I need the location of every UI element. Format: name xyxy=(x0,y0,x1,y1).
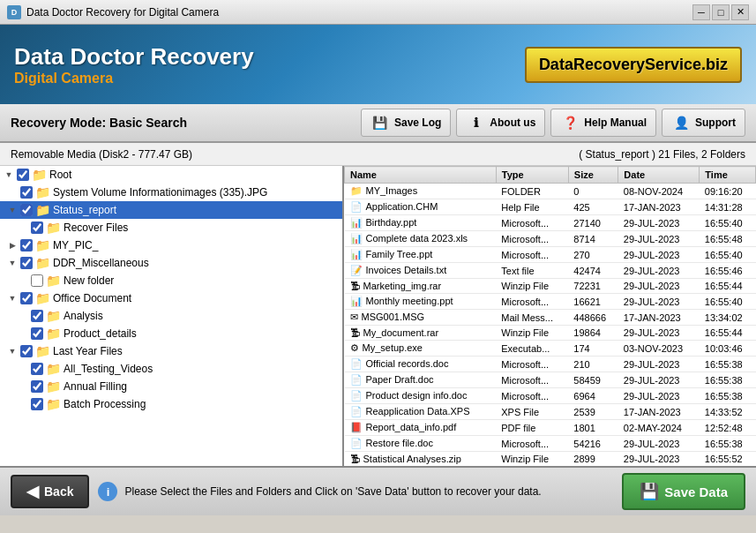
tree-item-all-testing[interactable]: 📁 All_Testing_Videos xyxy=(0,360,342,378)
file-time: 12:52:48 xyxy=(700,420,756,436)
file-size: 270 xyxy=(568,247,618,263)
file-type: PDF file xyxy=(496,420,568,436)
checkbox-new-folder[interactable] xyxy=(31,274,43,287)
support-button[interactable]: 👤 Support xyxy=(662,109,745,137)
folder-icon: 📁 xyxy=(35,291,50,305)
table-row[interactable]: 📊Monthly meeting.ppt Microsoft... 16621 … xyxy=(345,294,756,310)
table-row[interactable]: 📊Family Tree.ppt Microsoft... 270 29-JUL… xyxy=(345,247,756,263)
tree-item-status-report[interactable]: ▼ 📁 Status_report xyxy=(0,201,342,219)
file-panel[interactable]: Name Type Size Date Time 📁MY_Images FOLD… xyxy=(344,166,756,466)
expand-icon[interactable]: ▼ xyxy=(7,205,18,215)
checkbox-ddr-misc[interactable] xyxy=(20,257,33,269)
back-icon: ◀ xyxy=(26,482,39,501)
table-row[interactable]: 📊Birthday.ppt Microsoft... 27140 29-JUL-… xyxy=(345,215,756,231)
table-row[interactable]: 📄Restore file.doc Microsoft... 54216 29-… xyxy=(345,436,756,452)
table-row[interactable]: 🗜Marketing_img.rar Winzip File 72231 29-… xyxy=(345,279,756,294)
checkbox-annual-filling[interactable] xyxy=(31,380,43,393)
tree-item-recover-files[interactable]: 📁 Recover Files xyxy=(0,219,342,236)
file-date: 29-JUL-2023 xyxy=(618,388,700,404)
expand-icon[interactable]: ▼ xyxy=(7,293,18,304)
file-time: 16:55:44 xyxy=(700,279,756,294)
checkbox-batch-proc[interactable] xyxy=(31,398,43,410)
checkbox-office-doc[interactable] xyxy=(20,292,33,304)
file-date: 29-JUL-2023 xyxy=(618,294,700,310)
folder-icon: 📁 xyxy=(46,309,61,323)
folder-icon: 📁 xyxy=(35,344,50,358)
folder-icon: 📁 xyxy=(32,168,47,182)
tree-item-batch-proc[interactable]: 📁 Batch Processing xyxy=(0,395,342,413)
table-row[interactable]: ✉MSG001.MSG Mail Mess... 448666 17-JAN-2… xyxy=(345,310,756,326)
tree-item-root[interactable]: ▼ 📁 Root xyxy=(0,166,342,184)
brand-subtitle: Digital Camera xyxy=(14,71,254,86)
maximize-button[interactable]: □ xyxy=(712,4,730,20)
table-row[interactable]: 📄Official records.doc Microsoft... 210 2… xyxy=(345,357,756,372)
table-row[interactable]: 📁MY_Images FOLDER 0 08-NOV-2024 09:16:20 xyxy=(345,184,756,199)
folder-icon: 📁 xyxy=(35,203,50,217)
tree-item-my-pic[interactable]: ▶ 📁 MY_PIC_ xyxy=(0,236,342,254)
tree-item-ddr-misc[interactable]: ▼ 📁 DDR_Miscellaneous xyxy=(0,254,342,272)
file-date: 29-JUL-2023 xyxy=(618,247,700,263)
folder-icon: 📁 xyxy=(46,379,61,394)
checkbox-sysvolinfo[interactable] xyxy=(20,186,33,199)
checkbox-root[interactable] xyxy=(17,169,29,181)
file-size: 72231 xyxy=(568,279,618,294)
about-us-button[interactable]: ℹ About us xyxy=(456,109,545,137)
minimize-button[interactable]: ─ xyxy=(692,4,710,20)
col-date[interactable]: Date xyxy=(618,167,700,184)
col-size[interactable]: Size xyxy=(568,167,618,184)
col-name[interactable]: Name xyxy=(345,167,497,184)
checkbox-status-report[interactable] xyxy=(20,204,33,216)
table-row[interactable]: 🗜Statistical Analyses.zip Winzip File 28… xyxy=(345,452,756,467)
file-time: 16:55:48 xyxy=(700,231,756,247)
tree-item-last-year[interactable]: ▼ 📁 Last Year Files xyxy=(0,342,342,360)
checkbox-recover-files[interactable] xyxy=(31,221,43,234)
table-row[interactable]: 📝Invoices Details.txt Text file 42474 29… xyxy=(345,263,756,279)
table-row[interactable]: ⚙My_setup.exe Executab... 174 03-NOV-202… xyxy=(345,341,756,357)
file-time: 16:55:44 xyxy=(700,326,756,341)
back-button[interactable]: ◀ Back xyxy=(11,475,89,508)
help-manual-button[interactable]: ❓ Help Manual xyxy=(550,109,656,137)
file-date: 29-JUL-2023 xyxy=(618,231,700,247)
checkbox-product-details[interactable] xyxy=(31,327,43,340)
table-row[interactable]: 📄Application.CHM Help File 425 17-JAN-20… xyxy=(345,199,756,215)
file-name: ✉MSG001.MSG xyxy=(345,310,497,326)
checkbox-all-testing[interactable] xyxy=(31,363,43,375)
save-data-button[interactable]: 💾 Save Data xyxy=(622,473,745,510)
tree-item-sysvolinfo[interactable]: 📁 System Volume Informationimages (335).… xyxy=(0,184,342,201)
col-type[interactable]: Type xyxy=(496,167,568,184)
sponsor-link[interactable]: DataRecoveryService.biz xyxy=(525,47,742,83)
table-row[interactable]: 📄Reapplication Data.XPS XPS File 2539 17… xyxy=(345,404,756,420)
checkbox-my-pic[interactable] xyxy=(20,239,33,251)
file-date: 03-NOV-2023 xyxy=(618,341,700,357)
file-size: 8714 xyxy=(568,231,618,247)
close-button[interactable]: ✕ xyxy=(731,4,749,20)
table-row[interactable]: 🗜My_document.rar Winzip File 19864 29-JU… xyxy=(345,326,756,341)
table-row[interactable]: 📄Paper Draft.doc Microsoft... 58459 29-J… xyxy=(345,372,756,388)
tree-item-product-details[interactable]: 📁 Product_details xyxy=(0,325,342,342)
table-row[interactable]: 📊Complete data 2023.xls Microsoft... 871… xyxy=(345,231,756,247)
expand-icon: ▶ xyxy=(7,240,18,251)
table-row[interactable]: 📄Product design info.doc Microsoft... 69… xyxy=(345,388,756,404)
file-size: 42474 xyxy=(568,263,618,279)
tree-item-annual-filling[interactable]: 📁 Annual Filling xyxy=(0,378,342,395)
tree-item-analysis[interactable]: 📁 Analysis xyxy=(0,307,342,325)
file-type: Mail Mess... xyxy=(496,310,568,326)
tree-label-recover-files: Recover Files xyxy=(64,221,128,234)
save-log-button[interactable]: 💾 Save Log xyxy=(361,109,451,137)
checkbox-last-year[interactable] xyxy=(20,345,33,357)
tree-item-new-folder[interactable]: 📁 New folder xyxy=(0,272,342,289)
file-name: 🗜My_document.rar xyxy=(345,326,497,341)
table-row[interactable]: 📕Report_data_info.pdf PDF file 1801 02-M… xyxy=(345,420,756,436)
expand-icon[interactable]: ▼ xyxy=(7,346,18,357)
file-name: 📄Product design info.doc xyxy=(345,388,497,404)
expand-icon[interactable]: ▼ xyxy=(7,258,18,268)
checkbox-analysis[interactable] xyxy=(31,310,43,322)
selection-info: ( Status_report ) 21 Files, 2 Folders xyxy=(579,148,745,161)
window-controls[interactable]: ─ □ ✕ xyxy=(692,4,749,20)
file-size: 19864 xyxy=(568,326,618,341)
expand-icon[interactable]: ▼ xyxy=(4,169,14,180)
col-time[interactable]: Time xyxy=(700,167,756,184)
tree-item-office-doc[interactable]: ▼ 📁 Office Document xyxy=(0,289,342,307)
tree-panel[interactable]: ▼ 📁 Root 📁 System Volume Informationimag… xyxy=(0,166,344,466)
expand-icon xyxy=(7,187,18,198)
